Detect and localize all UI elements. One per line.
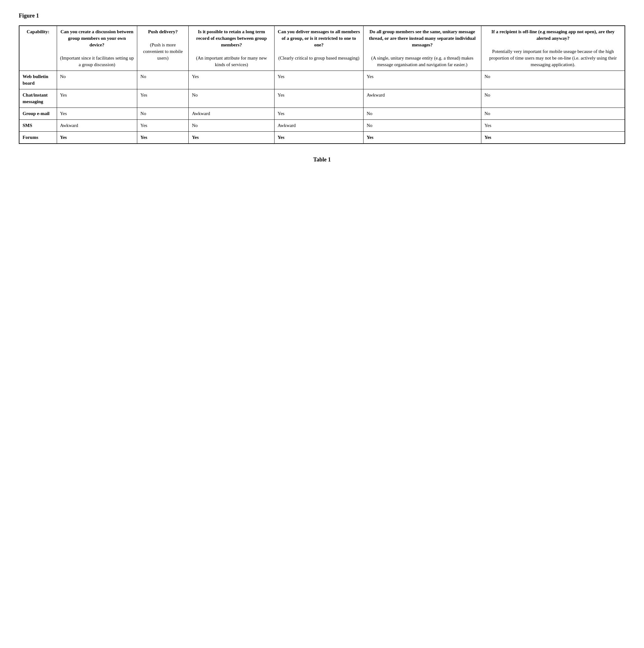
row-cell: Yes — [481, 120, 625, 132]
row-capability: Forums — [19, 132, 57, 144]
header-col5: Do all group members see the same, unita… — [363, 26, 481, 71]
row-cell: Awkward — [363, 89, 481, 108]
row-cell: Yes — [481, 132, 625, 144]
capability-table: Capability: Can you create a discussion … — [19, 25, 625, 144]
row-cell: Yes — [189, 132, 274, 144]
row-cell: Yes — [57, 132, 137, 144]
row-cell: Yes — [274, 89, 363, 108]
row-cell: Yes — [274, 71, 363, 89]
row-cell: No — [481, 108, 625, 120]
figure-label: Figure 1 — [19, 12, 625, 19]
table-row: Chat/instant messagingYesYesNoYesAwkward… — [19, 89, 625, 108]
table-row: SMSAwkwardYesNoAwkwardNoYes — [19, 120, 625, 132]
table-row: Group e-mailYesNoAwkwardYesNoNo — [19, 108, 625, 120]
table-header-row: Capability: Can you create a discussion … — [19, 26, 625, 71]
row-capability: Web bulletin board — [19, 71, 57, 89]
table-row: Web bulletin boardNoNoYesYesYesNo — [19, 71, 625, 89]
row-cell: No — [137, 71, 189, 89]
table-row: ForumsYesYesYesYesYesYes — [19, 132, 625, 144]
row-cell: Yes — [57, 89, 137, 108]
row-cell: Yes — [363, 132, 481, 144]
row-cell: Yes — [137, 120, 189, 132]
row-cell: No — [189, 89, 274, 108]
header-col6: If a recipient is off-line (e.g messagin… — [481, 26, 625, 71]
row-cell: Yes — [363, 71, 481, 89]
row-cell: Yes — [274, 108, 363, 120]
row-capability: Group e-mail — [19, 108, 57, 120]
row-cell: No — [189, 120, 274, 132]
header-capability: Capability: — [19, 26, 57, 71]
row-cell: Yes — [57, 108, 137, 120]
row-cell: No — [481, 71, 625, 89]
row-capability: Chat/instant messaging — [19, 89, 57, 108]
row-cell: Yes — [189, 71, 274, 89]
table-caption: Table 1 — [19, 156, 625, 163]
header-col1: Can you create a discussion between grou… — [57, 26, 137, 71]
row-cell: Awkward — [274, 120, 363, 132]
row-cell: Yes — [137, 89, 189, 108]
header-col2: Push delivery? (Push is more convenient … — [137, 26, 189, 71]
row-cell: Awkward — [57, 120, 137, 132]
row-cell: No — [363, 120, 481, 132]
header-col4: Can you deliver messages to all members … — [274, 26, 363, 71]
row-cell: No — [481, 89, 625, 108]
row-cell: Awkward — [189, 108, 274, 120]
row-cell: No — [363, 108, 481, 120]
row-cell: Yes — [274, 132, 363, 144]
row-cell: Yes — [137, 132, 189, 144]
row-capability: SMS — [19, 120, 57, 132]
header-col3: Is it possible to retain a long term rec… — [189, 26, 274, 71]
row-cell: No — [57, 71, 137, 89]
row-cell: No — [137, 108, 189, 120]
